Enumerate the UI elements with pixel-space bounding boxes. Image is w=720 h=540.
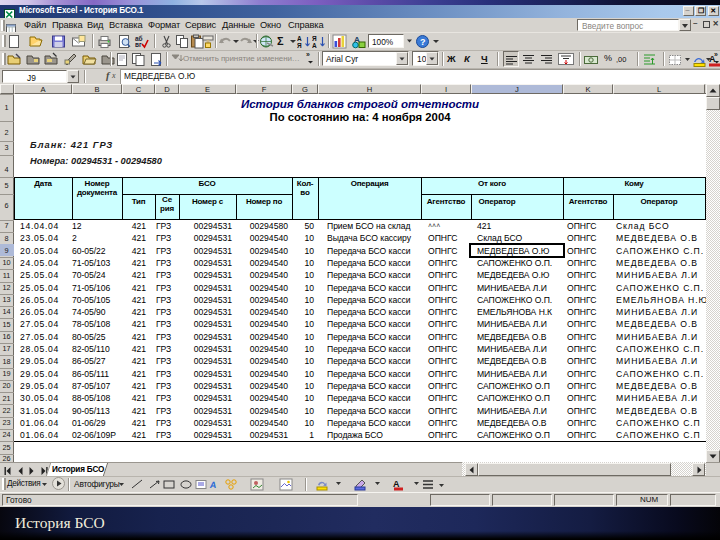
svg-text:?: ?	[420, 37, 426, 47]
svg-text:,00: ,00	[616, 55, 626, 64]
svg-text:A: A	[209, 480, 217, 490]
svg-text:вг: вг	[135, 41, 142, 48]
svg-text:А: А	[297, 35, 302, 42]
svg-text:А: А	[354, 35, 360, 44]
svg-text:Я: Я	[297, 42, 302, 49]
svg-text:А: А	[312, 42, 317, 49]
svg-text:Я: Я	[312, 35, 317, 42]
